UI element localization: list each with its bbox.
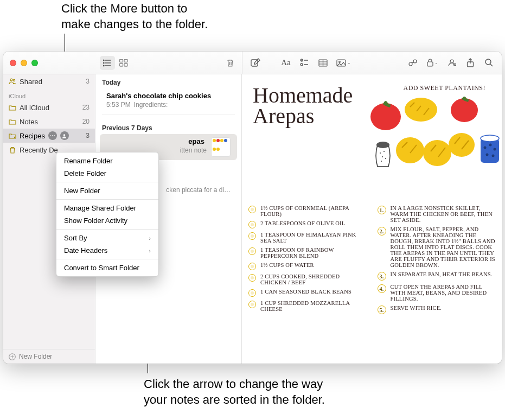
svg-point-48 (380, 152, 381, 154)
sidebar-item-recipes[interactable]: Recipes ⋯ 3 (3, 129, 95, 143)
svg-point-64 (484, 147, 487, 149)
svg-point-22 (338, 61, 340, 62)
checklist-button[interactable] (297, 56, 312, 70)
new-folder-button[interactable]: New Folder (3, 349, 95, 364)
bullet-icon (248, 274, 256, 282)
svg-rect-8 (120, 63, 123, 66)
table-button[interactable] (315, 56, 330, 70)
bullet-icon (248, 247, 256, 255)
bullet-icon (248, 289, 256, 297)
steps-column: 1.IN A LARGE NONSTICK SKILLET, WARM THE … (378, 202, 496, 317)
menu-separator (56, 259, 158, 259)
menu-separator (56, 182, 158, 182)
sidebar-shared-count: 3 (86, 78, 90, 85)
delete-note-button[interactable] (222, 56, 238, 70)
menu-new-folder[interactable]: New Folder (56, 184, 158, 197)
svg-point-46 (451, 98, 478, 122)
menu-separator (56, 229, 158, 230)
svg-point-24 (413, 60, 417, 63)
sidebar-item-count: 3 (86, 132, 90, 139)
menu-manage-shared[interactable]: Manage Shared Folder (56, 202, 158, 214)
minimize-window-button[interactable] (21, 60, 27, 66)
sidebar-shared[interactable]: Shared 3 (3, 74, 95, 88)
step-number: 2. (378, 227, 386, 236)
svg-point-3 (103, 60, 104, 61)
ingredient: 2 TABLESPOONS OF OLIVE OIL (260, 220, 345, 226)
step: IN SEPARATE PAN, HEAT THE BEANS. (391, 271, 493, 277)
plus-circle-icon (9, 353, 16, 360)
close-window-button[interactable] (10, 60, 16, 66)
bullet-icon (248, 206, 256, 213)
svg-point-55 (449, 133, 475, 157)
svg-rect-6 (120, 59, 123, 62)
step-number: 5. (378, 306, 386, 314)
folder-icon (9, 104, 16, 111)
step-number: 4. (378, 284, 386, 293)
bullet-icon (248, 221, 256, 228)
list-view-button[interactable] (100, 56, 115, 70)
menu-sort-by[interactable]: Sort By› (56, 232, 158, 244)
folder-context-menu: Rename Folder Delete Folder New Folder M… (56, 152, 159, 277)
svg-point-47 (376, 142, 389, 148)
ingredient: 1 TEASPOON OF HIMALAYAN PINK SEA SALT (260, 232, 367, 244)
ingredient: 1½ CUPS OF WATER (260, 262, 314, 268)
folder-shared-badge (60, 131, 69, 140)
svg-point-63 (481, 135, 499, 142)
notelist-header-prev7: Previous 7 Days (95, 117, 241, 134)
menu-show-activity[interactable]: Show Folder Activity (56, 214, 158, 227)
svg-point-54 (423, 140, 451, 166)
menu-separator (56, 199, 158, 200)
toolbar-note-section: Aa ⌄ ⌄ (242, 52, 502, 74)
note-title: epas (106, 137, 207, 145)
sidebar-item-notes[interactable]: Notes 20 (3, 114, 95, 129)
menu-rename-folder[interactable]: Rename Folder (56, 155, 158, 167)
sidebar-shared-label: Shared (20, 78, 42, 86)
menu-date-headers[interactable]: Date Headers› (56, 244, 158, 257)
svg-rect-26 (427, 62, 433, 66)
new-folder-label: New Folder (19, 353, 52, 360)
svg-point-68 (492, 155, 495, 157)
note-preview: Ingredients: (134, 101, 168, 109)
step: CUT OPEN THE AREPAS AND FILL WITH MEAT, … (391, 284, 496, 302)
bullet-icon (248, 301, 256, 308)
svg-point-66 (494, 148, 496, 151)
note-preview: itten note (180, 147, 207, 154)
folder-icon (9, 118, 16, 125)
share-button[interactable] (463, 56, 478, 70)
ingredient: 2 CUPS COOKED, SHREDDED CHICKEN / BEEF (260, 273, 367, 285)
svg-point-65 (489, 144, 492, 147)
collaborate-button[interactable] (444, 56, 459, 70)
new-note-button[interactable] (248, 56, 263, 70)
svg-point-36 (14, 136, 15, 137)
separator (102, 114, 235, 114)
menu-delete-folder[interactable]: Delete Folder (56, 167, 158, 180)
chevron-right-icon: › (149, 247, 151, 254)
svg-point-49 (383, 151, 385, 152)
menu-convert-smart[interactable]: Convert to Smart Folder (56, 262, 158, 274)
media-button[interactable]: ⌄ (334, 56, 353, 70)
sidebar-item-all-icloud[interactable]: All iCloud 23 (3, 100, 95, 114)
lock-button[interactable]: ⌄ (424, 56, 441, 70)
gallery-view-button[interactable] (116, 56, 131, 70)
toolbar-notelist-section (95, 56, 242, 70)
trash-icon (9, 146, 16, 154)
svg-point-34 (10, 79, 12, 81)
svg-point-52 (381, 161, 382, 162)
note-illustrations (367, 91, 496, 199)
format-button[interactable]: Aa (278, 56, 293, 70)
folder-more-button[interactable]: ⋯ (48, 131, 57, 140)
fullscreen-window-button[interactable] (31, 60, 38, 66)
sidebar-item-label: All iCloud (20, 104, 49, 112)
svg-point-32 (485, 59, 491, 65)
svg-point-27 (450, 60, 453, 63)
shared-folder-icon (9, 132, 16, 139)
link-button[interactable] (405, 56, 420, 70)
step-number: 3. (378, 272, 386, 281)
chevron-right-icon: › (149, 235, 151, 241)
search-button[interactable] (481, 56, 496, 70)
svg-rect-7 (124, 59, 127, 62)
svg-point-41 (370, 103, 401, 130)
toolbar: Aa ⌄ ⌄ (3, 52, 502, 74)
notelist-item[interactable]: Sarah's chocolate chip cookies 5:53 PM I… (100, 88, 237, 112)
ingredient: 1 CAN SEASONED BLACK BEANS (260, 289, 351, 295)
